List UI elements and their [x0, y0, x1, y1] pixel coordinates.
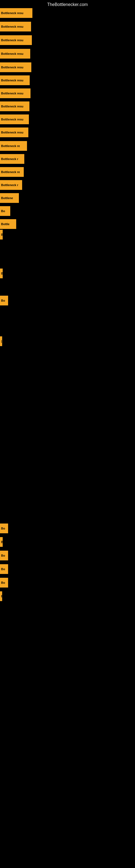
site-title: TheBottlenecker.com — [0, 0, 135, 9]
bottleneck-bar-label-21: | — [1, 340, 2, 343]
bottleneck-bar-label-6: Bottleneck resu — [1, 79, 24, 82]
bottleneck-bar-label-3: Bottleneck resu — [1, 38, 24, 42]
bottleneck-bar-7: Bottleneck resu — [0, 88, 31, 98]
bottleneck-bar-26: Bo — [0, 578, 8, 588]
bottleneck-bar-23: B — [0, 537, 3, 547]
bottleneck-bar-label-12: Bottleneck r — [1, 157, 18, 161]
bottleneck-bar-label-26: Bo — [1, 581, 5, 584]
bottleneck-bar-label-19: B — [1, 272, 3, 275]
bottleneck-bar-2: Bottleneck resu — [0, 22, 31, 31]
bottleneck-bar-label-18: B — [1, 233, 3, 236]
bottleneck-bar-3: Bottleneck resu — [0, 35, 32, 45]
bottleneck-bar-label-2: Bottleneck resu — [1, 25, 24, 28]
bottleneck-bar-label-15: Bottlene — [1, 196, 13, 199]
bottleneck-bar-16: Bo — [0, 206, 10, 216]
bottleneck-bar-20: Bo — [0, 296, 8, 305]
bottleneck-bar-label-24: Bo — [1, 554, 5, 557]
bottleneck-bar-label-14: Bottleneck r — [1, 183, 18, 187]
bottleneck-bar-24: Bo — [0, 551, 8, 560]
bottleneck-bar-label-7: Bottleneck resu — [1, 92, 24, 95]
bottleneck-bar-13: Bottleneck re — [0, 167, 24, 177]
bottleneck-bar-18: B — [0, 230, 3, 240]
bottleneck-bar-label-4: Bottleneck resu — [1, 52, 24, 55]
bottleneck-bar-label-22: Bo — [1, 527, 5, 530]
bottleneck-bar-27: B — [0, 591, 2, 601]
bottleneck-bar-25: Bo — [0, 564, 8, 574]
bottleneck-bar-label-13: Bottleneck re — [1, 170, 20, 174]
bottleneck-bar-label-25: Bo — [1, 567, 5, 571]
bottleneck-bar-label-8: Bottleneck resu — [1, 105, 24, 108]
bottleneck-bar-label-27: B — [1, 595, 2, 598]
bottleneck-bar-label-10: Bottleneck resu — [1, 131, 24, 134]
bottleneck-bar-15: Bottlene — [0, 193, 19, 203]
bottleneck-bar-8: Bottleneck resu — [0, 101, 30, 111]
bottleneck-bar-label-5: Bottleneck resu — [1, 66, 24, 69]
bottleneck-bar-label-16: Bo — [1, 209, 5, 213]
bottleneck-bar-4: Bottleneck resu — [0, 49, 30, 59]
bottleneck-bar-label-17: Bottle — [1, 222, 9, 226]
bottleneck-bar-label-9: Bottleneck resu — [1, 118, 24, 121]
bottleneck-bar-19: B — [0, 269, 3, 278]
bottleneck-bar-11: Bottleneck re — [0, 141, 27, 151]
bottleneck-bar-label-11: Bottleneck re — [1, 144, 20, 148]
bottleneck-bar-14: Bottleneck r — [0, 180, 22, 190]
bottleneck-bar-9: Bottleneck resu — [0, 115, 29, 124]
bottleneck-bar-22: Bo — [0, 524, 8, 533]
bottleneck-bar-12: Bottleneck r — [0, 154, 24, 164]
bottleneck-bar-1: Bottleneck resu — [0, 8, 32, 18]
bottleneck-bar-label-1: Bottleneck resu — [1, 11, 24, 14]
bottleneck-bar-10: Bottleneck resu — [0, 127, 28, 137]
bottleneck-bar-17: Bottle — [0, 219, 16, 229]
bottleneck-bar-21: | — [0, 336, 2, 346]
bottleneck-bar-6: Bottleneck resu — [0, 75, 30, 85]
bottleneck-bar-5: Bottleneck resu — [0, 62, 31, 72]
bottleneck-bar-label-20: Bo — [1, 299, 5, 302]
bottleneck-bar-label-23: B — [1, 540, 3, 544]
